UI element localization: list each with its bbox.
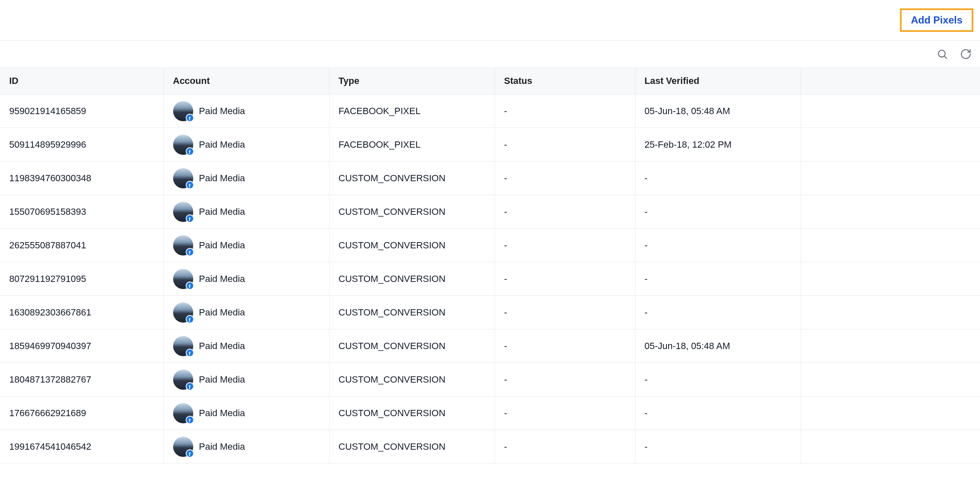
cell-account: fPaid Media [163, 94, 329, 128]
cell-type: CUSTOM_CONVERSION [329, 329, 495, 363]
cell-last-verified: 05-Jun-18, 05:48 AM [635, 94, 801, 128]
avatar: f [173, 235, 193, 255]
account-name-label: Paid Media [199, 274, 245, 284]
column-header-account[interactable]: Account [163, 68, 329, 94]
cell-last-verified: - [635, 396, 801, 430]
cell-last-verified: - [635, 363, 801, 396]
cell-status: - [495, 229, 635, 262]
facebook-badge-icon: f [186, 349, 194, 357]
account-name-label: Paid Media [199, 441, 245, 452]
cell-account: fPaid Media [163, 229, 329, 262]
account-name-label: Paid Media [199, 173, 245, 184]
cell-status: - [495, 128, 635, 162]
cell-actions [801, 128, 980, 162]
cell-type: CUSTOM_CONVERSION [329, 396, 495, 430]
table-row[interactable]: 155070695158393fPaid MediaCUSTOM_CONVERS… [0, 195, 980, 229]
cell-status: - [495, 363, 635, 396]
table-row[interactable]: 1804871372882767fPaid MediaCUSTOM_CONVER… [0, 363, 980, 396]
refresh-button[interactable] [960, 48, 972, 60]
cell-status: - [495, 262, 635, 296]
table-row[interactable]: 959021914165859fPaid MediaFACEBOOK_PIXEL… [0, 94, 980, 128]
avatar: f [173, 403, 193, 423]
svg-line-1 [944, 56, 947, 59]
facebook-badge-icon: f [186, 114, 194, 122]
cell-status: - [495, 396, 635, 430]
avatar: f [173, 168, 193, 188]
cell-last-verified: 25-Feb-18, 12:02 PM [635, 128, 801, 162]
cell-last-verified: - [635, 162, 801, 195]
cell-last-verified: - [635, 195, 801, 229]
column-header-last-verified[interactable]: Last Verified [635, 68, 801, 94]
cell-id: 509114895929996 [0, 128, 163, 162]
cell-id: 155070695158393 [0, 195, 163, 229]
column-header-id[interactable]: ID [0, 68, 163, 94]
cell-account: fPaid Media [163, 430, 329, 464]
column-header-status[interactable]: Status [495, 68, 635, 94]
table-row[interactable]: 1630892303667861fPaid MediaCUSTOM_CONVER… [0, 296, 980, 329]
account-name-label: Paid Media [199, 307, 245, 318]
table-row[interactable]: 262555087887041fPaid MediaCUSTOM_CONVERS… [0, 229, 980, 262]
cell-actions [801, 430, 980, 464]
search-button[interactable] [936, 48, 948, 60]
cell-id: 959021914165859 [0, 94, 163, 128]
avatar: f [173, 302, 193, 323]
cell-type: FACEBOOK_PIXEL [329, 128, 495, 162]
column-header-actions [801, 68, 980, 94]
avatar: f [173, 336, 193, 356]
cell-account: fPaid Media [163, 262, 329, 296]
cell-last-verified: - [635, 229, 801, 262]
cell-type: CUSTOM_CONVERSION [329, 430, 495, 464]
facebook-badge-icon: f [186, 214, 194, 223]
table-row[interactable]: 807291192791095fPaid MediaCUSTOM_CONVERS… [0, 262, 980, 296]
cell-account: fPaid Media [163, 363, 329, 396]
table-row[interactable]: 176676662921689fPaid MediaCUSTOM_CONVERS… [0, 396, 980, 430]
cell-actions [801, 296, 980, 329]
refresh-icon [960, 48, 972, 60]
cell-actions [801, 262, 980, 296]
cell-actions [801, 229, 980, 262]
cell-actions [801, 396, 980, 430]
cell-actions [801, 363, 980, 396]
cell-id: 1859469970940397 [0, 329, 163, 363]
facebook-badge-icon: f [186, 147, 194, 156]
table-row[interactable]: 509114895929996fPaid MediaFACEBOOK_PIXEL… [0, 128, 980, 162]
cell-id: 807291192791095 [0, 262, 163, 296]
cell-id: 1630892303667861 [0, 296, 163, 329]
cell-status: - [495, 329, 635, 363]
account-name-label: Paid Media [199, 408, 245, 419]
table-row[interactable]: 1198394760300348fPaid MediaCUSTOM_CONVER… [0, 162, 980, 195]
cell-type: CUSTOM_CONVERSION [329, 262, 495, 296]
cell-status: - [495, 430, 635, 464]
cell-id: 176676662921689 [0, 396, 163, 430]
cell-id: 1991674541046542 [0, 430, 163, 464]
facebook-badge-icon: f [186, 382, 194, 391]
add-pixels-button[interactable]: Add Pixels [900, 8, 973, 32]
avatar: f [173, 202, 193, 222]
facebook-badge-icon: f [186, 315, 194, 323]
pixels-table: ID Account Type Status Last Verified 959… [0, 68, 980, 464]
account-name-label: Paid Media [199, 374, 245, 385]
cell-actions [801, 329, 980, 363]
cell-type: FACEBOOK_PIXEL [329, 94, 495, 128]
cell-status: - [495, 94, 635, 128]
cell-actions [801, 195, 980, 229]
cell-id: 262555087887041 [0, 229, 163, 262]
table-row[interactable]: 1991674541046542fPaid MediaCUSTOM_CONVER… [0, 430, 980, 464]
facebook-badge-icon: f [186, 181, 194, 189]
table-row[interactable]: 1859469970940397fPaid MediaCUSTOM_CONVER… [0, 329, 980, 363]
facebook-badge-icon: f [186, 449, 194, 458]
facebook-badge-icon: f [186, 416, 194, 424]
cell-id: 1804871372882767 [0, 363, 163, 396]
table-header-row: ID Account Type Status Last Verified [0, 68, 980, 94]
avatar: f [173, 370, 193, 390]
cell-status: - [495, 162, 635, 195]
search-icon [936, 48, 948, 60]
cell-account: fPaid Media [163, 162, 329, 195]
cell-type: CUSTOM_CONVERSION [329, 229, 495, 262]
avatar: f [173, 101, 193, 121]
facebook-badge-icon: f [186, 248, 194, 256]
column-header-type[interactable]: Type [329, 68, 495, 94]
account-name-label: Paid Media [199, 106, 245, 117]
facebook-badge-icon: f [186, 281, 194, 290]
cell-actions [801, 94, 980, 128]
